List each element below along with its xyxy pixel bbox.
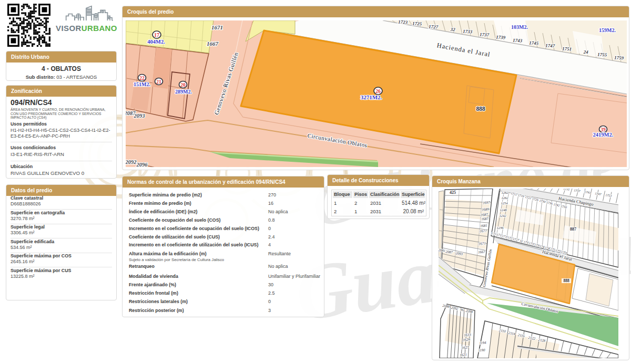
svg-text:39: 39	[601, 127, 606, 132]
svg-text:1733: 1733	[463, 29, 473, 35]
svg-text:887: 887	[570, 227, 576, 232]
svg-text:1194: 1194	[479, 341, 486, 345]
svg-text:2093: 2093	[134, 113, 145, 119]
svg-text:VISORURBANO: VISORURBANO	[56, 24, 117, 33]
svg-text:3271M2.: 3271M2.	[361, 94, 382, 100]
svg-text:2096: 2096	[136, 162, 148, 167]
svg-text:159M2.: 159M2.	[599, 27, 616, 33]
svg-text:425: 425	[450, 190, 456, 195]
svg-text:1725: 1725	[412, 21, 422, 27]
svg-text:1236: 1236	[497, 226, 504, 230]
svg-text:1745: 1745	[529, 40, 539, 46]
svg-text:1723: 1723	[398, 20, 408, 25]
svg-text:2419M2.: 2419M2.	[593, 132, 614, 138]
svg-text:1627: 1627	[462, 345, 470, 349]
svg-text:1697: 1697	[483, 200, 491, 204]
svg-text:1759: 1759	[614, 55, 624, 61]
svg-text:1747: 1747	[545, 43, 555, 49]
svg-text:1671: 1671	[211, 24, 223, 30]
svg-text:1633: 1633	[464, 332, 472, 337]
svg-text:1751: 1751	[562, 46, 572, 52]
svg-text:1248: 1248	[500, 208, 507, 212]
svg-text:1737: 1737	[480, 32, 490, 38]
svg-text:151M2.: 151M2.	[134, 81, 150, 87]
svg-text:1671: 1671	[479, 242, 486, 246]
svg-text:1621: 1621	[460, 353, 467, 357]
svg-text:1755: 1755	[597, 52, 607, 58]
svg-text:26: 26	[375, 89, 381, 94]
svg-text:888: 888	[563, 278, 569, 283]
svg-text:1689: 1689	[482, 207, 490, 211]
svg-text:17: 17	[154, 32, 159, 38]
svg-text:1254: 1254	[501, 201, 508, 205]
svg-text:24: 24	[583, 49, 588, 55]
svg-text:103M2.: 103M2.	[511, 24, 528, 30]
svg-text:1681: 1681	[480, 224, 487, 228]
svg-text:1262: 1262	[502, 196, 509, 200]
svg-text:1667: 1667	[207, 40, 219, 47]
svg-text:1262: 1262	[502, 191, 509, 194]
svg-text:1629: 1629	[463, 337, 471, 341]
svg-text:21: 21	[156, 79, 161, 85]
svg-text:1677: 1677	[480, 228, 487, 233]
svg-text:1190: 1190	[478, 348, 485, 352]
svg-text:289M2.: 289M2.	[175, 89, 192, 95]
svg-text:20: 20	[180, 82, 186, 88]
svg-text:2092: 2092	[126, 159, 137, 165]
svg-text:1242: 1242	[500, 214, 507, 217]
svg-text:1743: 1743	[513, 38, 523, 44]
svg-text:22: 22	[139, 76, 145, 81]
svg-text:32: 32	[450, 27, 455, 33]
svg-text:1739: 1739	[496, 35, 506, 40]
svg-text:888: 888	[476, 106, 485, 112]
svg-text:404M2.: 404M2.	[147, 39, 165, 45]
svg-text:1687: 1687	[481, 212, 488, 216]
svg-text:1727: 1727	[429, 24, 439, 30]
svg-text:1687: 1687	[481, 216, 489, 221]
svg-text:1667: 1667	[478, 249, 486, 254]
